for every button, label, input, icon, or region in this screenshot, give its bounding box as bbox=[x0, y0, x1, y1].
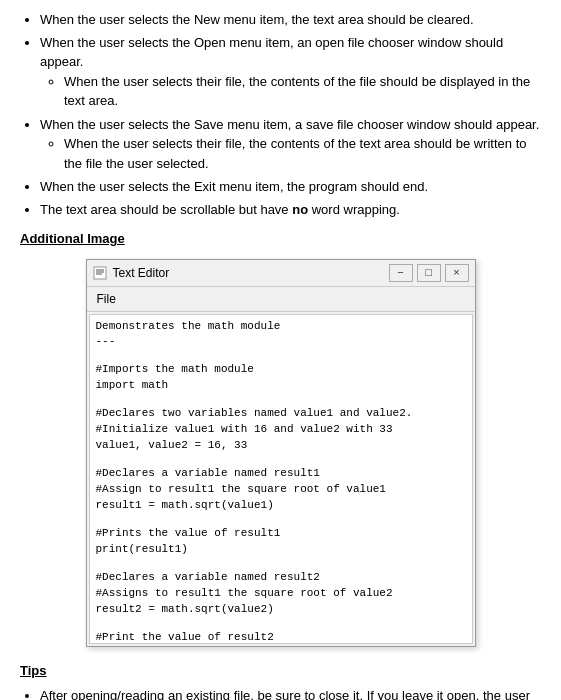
window-title: Text Editor bbox=[113, 264, 170, 282]
menubar: File bbox=[87, 287, 475, 312]
bullet-text-1: When the user selects the New menu item,… bbox=[40, 12, 474, 27]
tips-heading: Tips bbox=[20, 661, 541, 681]
editor-area[interactable]: Demonstrates the math module--- #Imports… bbox=[89, 314, 473, 644]
main-bullet-list: When the user selects the New menu item,… bbox=[40, 10, 541, 219]
bullet-text-5-bold: no bbox=[292, 202, 308, 217]
titlebar-left: Text Editor bbox=[93, 264, 170, 282]
minimize-button[interactable]: − bbox=[389, 264, 413, 282]
editor-line: value1, value2 = 16, 33 bbox=[96, 438, 466, 454]
sub-text-2-1: When the user selects their file, the co… bbox=[64, 74, 530, 109]
editor-line: --- bbox=[96, 334, 466, 350]
sub-item-2-1: When the user selects their file, the co… bbox=[64, 72, 541, 111]
tip-text-1: After opening/reading an existing file, … bbox=[40, 688, 530, 700]
editor-line bbox=[96, 454, 466, 466]
bullet-text-4: When the user selects the Exit menu item… bbox=[40, 179, 428, 194]
editor-line: import math bbox=[96, 378, 466, 394]
sub-list-2: When the user selects their file, the co… bbox=[64, 72, 541, 111]
editor-line: result1 = math.sqrt(value1) bbox=[96, 498, 466, 514]
bullet-item-4: When the user selects the Exit menu item… bbox=[40, 177, 541, 197]
bullet-item-1: When the user selects the New menu item,… bbox=[40, 10, 541, 30]
svg-rect-0 bbox=[94, 267, 106, 279]
close-button[interactable]: × bbox=[445, 264, 469, 282]
bullet-item-5: The text area should be scrollable but h… bbox=[40, 200, 541, 220]
editor-line: result2 = math.sqrt(value2) bbox=[96, 602, 466, 618]
editor-line bbox=[96, 618, 466, 630]
file-menu[interactable]: File bbox=[91, 289, 122, 309]
sub-list-3: When the user selects their file, the co… bbox=[64, 134, 541, 173]
editor-line bbox=[96, 350, 466, 362]
editor-line: #Declares a variable named result2 bbox=[96, 570, 466, 586]
editor-line: #Assign to result1 the square root of va… bbox=[96, 482, 466, 498]
editor-line: #Declares two variables named value1 and… bbox=[96, 406, 466, 422]
maximize-button[interactable]: □ bbox=[417, 264, 441, 282]
editor-line: #Prints the value of result1 bbox=[96, 526, 466, 542]
bullet-text-5-after: word wrapping. bbox=[308, 202, 400, 217]
editor-line: Demonstrates the math module bbox=[96, 319, 466, 335]
editor-line: #Initialize value1 with 16 and value2 wi… bbox=[96, 422, 466, 438]
window-controls[interactable]: − □ × bbox=[389, 264, 469, 282]
tips-section: Tips After opening/reading an existing f… bbox=[20, 661, 541, 701]
editor-line: #Declares a variable named result1 bbox=[96, 466, 466, 482]
tips-list: After opening/reading an existing file, … bbox=[40, 686, 541, 700]
editor-line bbox=[96, 514, 466, 526]
editor-line bbox=[96, 558, 466, 570]
bullet-item-2: When the user selects the Open menu item… bbox=[40, 33, 541, 111]
text-editor-window: Text Editor − □ × File Demonstrates the … bbox=[86, 259, 476, 647]
editor-line: #Imports the math module bbox=[96, 362, 466, 378]
editor-line: #Print the value of result2 bbox=[96, 630, 466, 644]
app-icon bbox=[93, 266, 107, 280]
editor-line: #Assigns to result1 the square root of v… bbox=[96, 586, 466, 602]
sub-item-3-1: When the user selects their file, the co… bbox=[64, 134, 541, 173]
bullet-text-5-before: The text area should be scrollable but h… bbox=[40, 202, 292, 217]
bullet-text-2: When the user selects the Open menu item… bbox=[40, 35, 503, 70]
sub-text-3-1: When the user selects their file, the co… bbox=[64, 136, 526, 171]
bullet-item-3: When the user selects the Save menu item… bbox=[40, 115, 541, 174]
editor-line bbox=[96, 394, 466, 406]
bullet-text-3: When the user selects the Save menu item… bbox=[40, 117, 539, 132]
window-titlebar: Text Editor − □ × bbox=[87, 260, 475, 287]
editor-line: print(result1) bbox=[96, 542, 466, 558]
screenshot-container: Text Editor − □ × File Demonstrates the … bbox=[20, 259, 541, 647]
additional-image-heading: Additional Image bbox=[20, 229, 541, 249]
tip-item-1: After opening/reading an existing file, … bbox=[40, 686, 541, 700]
